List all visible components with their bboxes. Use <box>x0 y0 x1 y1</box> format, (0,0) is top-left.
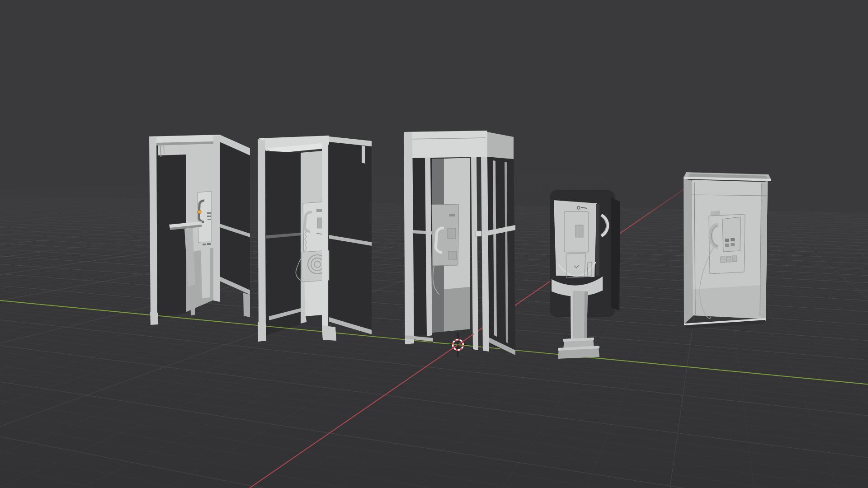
model-payphone-wall-shelter[interactable] <box>684 172 771 328</box>
booth1-post-foot <box>150 312 158 325</box>
object-origin-dot <box>198 210 201 214</box>
model-phone-booth-open-with-payphone[interactable] <box>258 136 372 340</box>
booth2-post-foot-right <box>322 325 336 341</box>
3d-viewport[interactable] <box>0 0 868 488</box>
model-phone-booth-classic-glass-door[interactable] <box>404 131 515 355</box>
booth2-post-foot <box>258 322 266 342</box>
